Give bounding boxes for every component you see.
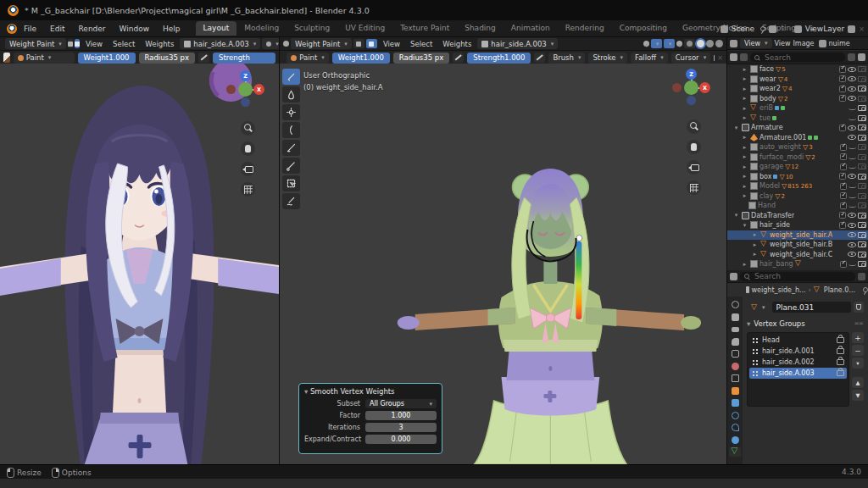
vertex-groups-panel-header[interactable]: Vertex Groups══ (747, 319, 864, 328)
shading-solid-icon[interactable] (697, 40, 704, 47)
lock-icon[interactable] (837, 370, 844, 376)
render-camera-icon[interactable] (858, 193, 866, 199)
hide-eye-icon[interactable] (848, 135, 856, 140)
expand-icon[interactable] (751, 251, 759, 258)
unlink-scene-icon[interactable]: × (780, 25, 786, 33)
menu-window[interactable]: Window (113, 25, 157, 33)
selectable-checkbox[interactable] (839, 66, 846, 73)
xray-icon[interactable] (676, 41, 682, 47)
radius-pressure-icon[interactable] (453, 53, 464, 63)
tool-average-brush[interactable] (282, 104, 300, 120)
expand-icon[interactable] (741, 114, 748, 121)
expand-icon[interactable] (732, 125, 740, 131)
tool-smear-brush[interactable] (282, 122, 300, 138)
selectable-checkbox[interactable] (839, 125, 846, 131)
render-camera-icon[interactable] (858, 76, 866, 82)
new-collection-icon[interactable] (858, 53, 865, 61)
menu-edit[interactable]: Edit (43, 25, 71, 33)
tab-layout[interactable]: Layout (196, 21, 237, 36)
tab-output[interactable] (729, 324, 741, 334)
view-menu[interactable]: View (379, 40, 404, 48)
viewlayer-browse-icon[interactable] (794, 25, 802, 33)
expand-icon[interactable] (741, 173, 748, 180)
gizmo-z-axis[interactable]: Z (240, 70, 251, 81)
render-camera-icon[interactable] (858, 183, 866, 189)
brush-popover[interactable]: Brush (548, 53, 585, 64)
group-specials-button[interactable]: ▾ (852, 358, 864, 369)
unlink-viewlayer-icon[interactable]: × (859, 25, 865, 33)
brush-selector[interactable]: Paint (14, 53, 75, 64)
outliner-row[interactable]: weight_side_hair.C (727, 250, 868, 260)
expand-icon[interactable] (741, 66, 748, 73)
vertex-group-item[interactable]: hair_side.A.002 (749, 357, 847, 368)
scene-browse-icon[interactable] (721, 25, 728, 33)
editor-type-icon[interactable] (730, 40, 737, 47)
3d-viewport-left[interactable]: Z X (0, 64, 279, 464)
outliner-row[interactable]: wear4 (727, 75, 868, 85)
remove-group-button[interactable]: − (852, 345, 864, 356)
ortho-toggle-icon[interactable] (241, 182, 255, 197)
hide-eye-icon[interactable] (849, 184, 856, 188)
selectable-checkbox[interactable] (839, 95, 846, 102)
expand-icon[interactable] (751, 241, 759, 248)
scene-name[interactable]: Scene (732, 25, 754, 33)
menu-file[interactable]: File (17, 25, 43, 33)
hide-eye-icon[interactable] (848, 96, 856, 101)
hide-eye-icon[interactable] (849, 194, 856, 198)
view-menu[interactable]: View (81, 40, 107, 48)
render-camera-icon[interactable] (858, 213, 866, 219)
outliner-search-input[interactable]: Search (750, 53, 845, 62)
vertex-mask-icon[interactable] (366, 39, 377, 48)
gizmo-y-axis[interactable] (684, 80, 698, 95)
tab-uv-editing[interactable]: UV Editing (337, 21, 392, 36)
selectable-checkbox[interactable] (839, 86, 846, 92)
render-camera-icon[interactable] (858, 154, 866, 160)
navigation-gizmo[interactable]: Z X (226, 70, 265, 109)
tab-rendering[interactable]: Rendering (558, 21, 612, 36)
outliner-row[interactable]: weight_side_hair.B (727, 240, 868, 250)
properties-options-icon[interactable] (858, 273, 865, 280)
mesh-data-name-field[interactable]: Plane.031 (772, 302, 851, 313)
hide-eye-icon[interactable] (849, 155, 856, 159)
weight-slider[interactable]: Weight1.000 (332, 53, 390, 64)
hide-eye-icon[interactable] (848, 86, 856, 92)
expand-icon[interactable] (741, 261, 748, 268)
expand-icon[interactable] (741, 134, 748, 141)
select-menu[interactable]: Select (108, 40, 139, 48)
expand-icon[interactable] (741, 183, 748, 190)
iterations-field[interactable]: 3 (365, 423, 437, 432)
outliner-row[interactable]: hair_side (727, 220, 868, 230)
outliner-row[interactable]: Model815 263 (727, 181, 868, 191)
operator-panel-title[interactable]: Smooth Vertex Weights (304, 387, 437, 396)
pan-hand-icon[interactable] (687, 140, 701, 154)
move-group-down-button[interactable]: ▼ (852, 390, 864, 401)
new-viewlayer-icon[interactable] (848, 25, 855, 33)
lock-icon[interactable] (837, 337, 844, 343)
gizmo-neg-z-axis[interactable] (687, 96, 696, 105)
display-mode-icon[interactable] (730, 53, 737, 61)
pin-icon[interactable] (860, 286, 864, 294)
hide-eye-icon[interactable] (849, 145, 856, 149)
radius-slider[interactable]: Radius35 px (139, 53, 195, 64)
tool-draw-brush[interactable] (282, 69, 300, 85)
outliner-row[interactable]: DataTransfer (727, 211, 868, 221)
navigation-gizmo[interactable]: Z X (672, 69, 711, 108)
tab-world[interactable] (729, 362, 741, 371)
selectable-checkbox[interactable] (839, 173, 846, 180)
hide-eye-icon[interactable] (849, 203, 856, 208)
editor-type-icon[interactable] (283, 41, 289, 47)
menu-help[interactable]: Help (156, 25, 187, 33)
outliner-row[interactable]: clay2 (727, 191, 868, 202)
tab-render[interactable] (729, 313, 741, 322)
filter-funnel-icon[interactable] (848, 53, 855, 61)
hide-eye-icon[interactable] (849, 164, 856, 169)
snap-icon[interactable] (643, 41, 649, 47)
new-scene-icon[interactable] (769, 25, 776, 33)
hide-eye-icon[interactable] (849, 116, 856, 120)
gizmo-toggle-icon[interactable] (651, 39, 662, 48)
outliner-row[interactable]: Armature.001 (727, 133, 868, 143)
selectable-checkbox[interactable] (840, 192, 847, 199)
cursor-popover[interactable]: Cursor (671, 53, 710, 64)
render-camera-icon[interactable] (858, 144, 866, 150)
viewlayer-name[interactable]: ViewLayer (805, 25, 844, 33)
